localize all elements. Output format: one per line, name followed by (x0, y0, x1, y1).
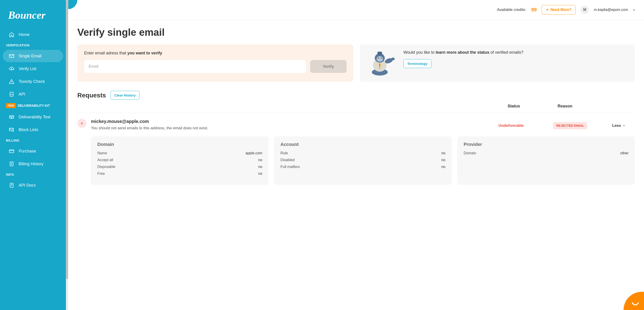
info-panel: Would you like to learn more about the s… (360, 44, 635, 82)
detail-provider: Provider Domainother (457, 136, 635, 185)
request-email: mickey.mouse@apple.com (91, 119, 494, 124)
chevron-up-icon (622, 124, 626, 127)
scrollbar-thumb[interactable] (66, 0, 68, 279)
verify-button[interactable]: Verify (310, 60, 346, 73)
smile-icon (630, 297, 640, 307)
request-status: Undeliverable (498, 119, 548, 128)
user-email: m.kaplia@epom.com (594, 8, 628, 12)
sidebar-item-label: Purchase (19, 149, 36, 154)
scrollbar[interactable] (66, 0, 68, 310)
reason-badge: REJECTED EMAIL (553, 122, 587, 129)
sidebar-item-label: Billing History (19, 162, 44, 166)
sidebar-item-label: Deliverability Test (19, 115, 50, 120)
sidebar-item-home[interactable]: Home (3, 29, 63, 41)
columns-header: Status Reason (77, 102, 635, 113)
sidebar-item-verify-list[interactable]: Verify List (3, 63, 63, 75)
sidebar: Bouncer Home VERIFICATION Single Email V… (0, 0, 66, 310)
sidebar-item-block-lists[interactable]: Block Lists (3, 124, 63, 136)
new-badge: NEW (6, 103, 16, 108)
requests-title: Requests (77, 92, 106, 99)
sidebar-item-toxicity[interactable]: Toxicity Check (3, 75, 63, 88)
home-icon (9, 32, 14, 38)
terminology-button[interactable]: Terminology (404, 59, 432, 68)
section-deliverability: NEW DELIVERABILITY KIT (0, 101, 66, 110)
sidebar-item-label: Verify List (19, 67, 36, 71)
verify-prompt: Enter email adress that you want to veri… (84, 51, 346, 56)
credits-value: 99 (531, 7, 537, 13)
sidebar-item-deliverability-test[interactable]: Deliverability Test (3, 111, 63, 123)
section-verification: VERIFICATION (0, 41, 66, 49)
email-input[interactable] (84, 60, 306, 73)
sidebar-item-api-docs[interactable]: API Docs (3, 179, 63, 191)
svg-rect-13 (378, 52, 382, 54)
docs-icon (9, 182, 14, 188)
info-text: Would you like to learn more about the s… (404, 49, 524, 56)
chevron-down-icon[interactable]: ▾ (633, 8, 635, 12)
request-row: mickey.mouse@apple.com You should not se… (77, 113, 635, 187)
code-file-icon (9, 91, 14, 97)
sidebar-item-label: API (19, 92, 25, 97)
col-status: Status (508, 104, 558, 109)
svg-point-15 (391, 58, 395, 60)
svg-point-11 (378, 58, 379, 59)
sidebar-item-label: API Docs (19, 183, 36, 188)
request-reason: REJECTED EMAIL (553, 119, 608, 129)
toggle-details-button[interactable]: Less (612, 119, 635, 128)
envelope-x-icon (9, 127, 14, 133)
sidebar-item-purchase[interactable]: Purchase (3, 145, 63, 157)
detail-domain: Domain Nameapple.com Accept allno Dispos… (91, 136, 268, 185)
gorilla-mascot-icon (366, 49, 398, 77)
cloud-upload-icon (9, 66, 14, 72)
sidebar-item-label: Block Lists (19, 127, 38, 132)
receipt-icon (9, 161, 14, 167)
request-message: You should not send emails to this addre… (91, 126, 494, 130)
sidebar-item-billing-history[interactable]: Billing History (3, 158, 63, 170)
svg-point-10 (376, 56, 383, 62)
credits-label: Available credits: (497, 8, 526, 12)
envelope-icon (9, 53, 14, 59)
avatar[interactable]: M (580, 6, 589, 14)
request-details: Domain Nameapple.com Accept allno Dispos… (91, 136, 635, 185)
clear-history-button[interactable]: Clear History (110, 91, 140, 100)
need-more-button[interactable]: + Need More? (542, 5, 576, 15)
page-title: Verify single email (77, 27, 635, 38)
plus-icon: + (546, 8, 549, 12)
col-reason: Reason (558, 104, 612, 109)
svg-rect-4 (9, 150, 14, 153)
sidebar-item-label: Home (19, 32, 30, 37)
brand-logo: Bouncer (0, 9, 66, 28)
sidebar-item-label: Single Email (19, 54, 42, 59)
topbar: Available credits: 99 + Need More? M m.k… (68, 0, 644, 20)
verify-panel: Enter email adress that you want to veri… (77, 44, 354, 82)
svg-rect-1 (10, 92, 13, 96)
svg-point-12 (381, 58, 382, 59)
main-content: Available credits: 99 + Need More? M m.k… (68, 0, 644, 310)
warning-icon (9, 79, 14, 84)
card-icon (9, 148, 14, 154)
sidebar-item-label: Toxicity Check (19, 79, 45, 84)
inbox-check-icon (9, 114, 14, 120)
section-billing: BILLING (0, 136, 66, 145)
error-icon (77, 119, 86, 128)
sidebar-item-api[interactable]: API (3, 88, 63, 100)
section-info: INFO (0, 170, 66, 179)
detail-account: Account Roleno Disabledno Full mailboxno (274, 136, 452, 185)
sidebar-item-single-email[interactable]: Single Email (3, 50, 63, 62)
